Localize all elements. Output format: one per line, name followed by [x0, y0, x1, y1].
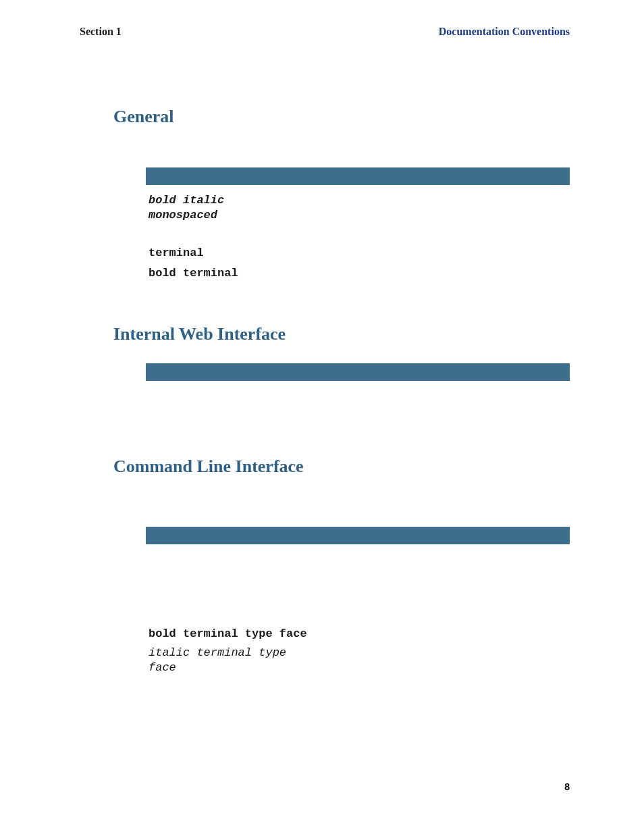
heading-internal-web-interface: Internal Web Interface — [113, 324, 286, 344]
page-number: 8 — [564, 781, 570, 792]
heading-general: General — [113, 107, 174, 127]
section-label: Section 1 — [80, 26, 122, 38]
text-bold-terminal: bold terminal — [149, 266, 238, 281]
divider-bar — [146, 363, 570, 381]
header-title: Documentation Conventions — [439, 26, 570, 38]
divider-bar — [146, 527, 570, 544]
text-terminal: terminal — [149, 246, 204, 261]
heading-command-line-interface: Command Line Interface — [113, 457, 304, 477]
divider-bar — [146, 167, 570, 185]
text-italic-terminal-typeface: italic terminal type face — [149, 646, 286, 675]
text-bold-terminal-typeface: bold terminal type face — [149, 627, 307, 642]
page-header: Section 1 Documentation Conventions — [80, 26, 570, 38]
text-bold-italic-monospaced: bold italic monospaced — [149, 193, 224, 223]
